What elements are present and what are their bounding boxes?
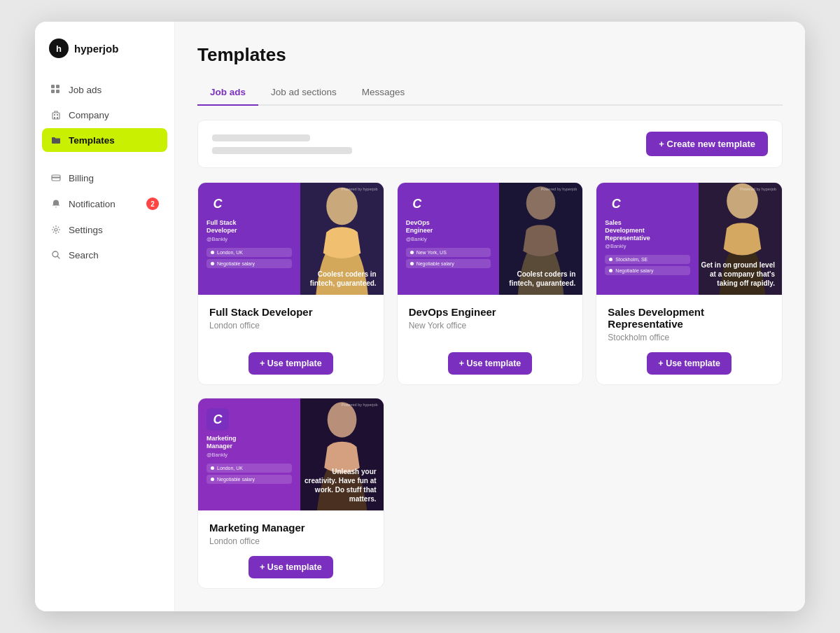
folder-icon	[50, 134, 62, 146]
svg-rect-4	[52, 113, 59, 119]
svg-rect-5	[54, 114, 55, 116]
svg-rect-0	[51, 85, 55, 88]
svg-rect-3	[56, 90, 59, 93]
sidebar-item-billing[interactable]: Billing	[42, 166, 167, 190]
svg-point-13	[326, 188, 358, 225]
nav-section-secondary: Billing Notification 2	[35, 166, 174, 267]
use-template-button-2[interactable]: + Use template	[448, 352, 533, 375]
tagline-1: Coolest coders in fintech, guaranteed.	[300, 270, 377, 288]
card-image-3: C SalesDevelopmentRepresentative @Bankly…	[596, 183, 782, 295]
tab-job-ads[interactable]: Job ads	[197, 80, 258, 106]
create-template-button[interactable]: + Create new template	[646, 132, 768, 156]
card-right-panel-4: Unleash your creativity. Have fun at wor…	[300, 398, 384, 510]
skeleton-line-2	[212, 147, 352, 154]
sidebar-item-notification[interactable]: Notification 2	[42, 191, 167, 216]
building-icon	[50, 109, 62, 120]
nav-section-main: Job ads Company	[35, 78, 174, 152]
tagline-4: Unleash your creativity. Have fun at wor…	[300, 467, 377, 503]
search-bar-left	[212, 134, 352, 154]
card-left-panel-2: C DevOpsEngineer @Bankly New York, US Ne…	[398, 183, 500, 295]
card-image-1: C Full StackDeveloper @Bankly London, UK…	[198, 183, 384, 295]
svg-rect-7	[54, 117, 55, 119]
card-job-title-1: Full Stack Developer	[209, 306, 372, 318]
svg-rect-8	[57, 117, 58, 119]
card-body-1: Full Stack Developer London office + Use…	[198, 295, 384, 384]
sidebar-item-templates[interactable]: Templates	[42, 128, 167, 152]
skeleton-line-1	[212, 134, 310, 141]
company-logo-3: C	[605, 193, 627, 215]
use-template-button-4[interactable]: + Use template	[248, 556, 333, 578]
search-filter-card: + Create new template	[197, 120, 783, 168]
svg-rect-1	[56, 85, 59, 88]
salary-row-2: Negotiable salary	[406, 259, 491, 268]
card-left-panel-4: C MarketingManager @Bankly London, UK Ne…	[198, 398, 300, 510]
template-card-4: C MarketingManager @Bankly London, UK Ne…	[197, 398, 384, 589]
card-image-2: C DevOpsEngineer @Bankly New York, US Ne…	[398, 183, 583, 295]
tabs-bar: Job ads Job ad sections Messages	[197, 80, 783, 106]
card-body-4: Marketing Manager London office + Use te…	[198, 510, 384, 588]
card-job-title-3: Sales Development Representative	[608, 306, 771, 330]
card-right-panel-3: Get in on ground level at a company that…	[699, 183, 782, 295]
location-row-3: Stockholm, SE	[605, 255, 690, 264]
card-left-panel-3: C SalesDevelopmentRepresentative @Bankly…	[596, 183, 699, 295]
location-row-4: London, UK	[206, 464, 292, 473]
sidebar-item-settings[interactable]: Settings	[42, 218, 167, 242]
card-icon	[50, 172, 62, 183]
company-logo-4: C	[206, 408, 229, 431]
tagline-2: Coolest coders in fintech, guaranteed.	[499, 270, 575, 288]
company-logo-1: C	[206, 193, 229, 215]
template-card-3: C SalesDevelopmentRepresentative @Bankly…	[596, 182, 783, 385]
main-content: Templates Job ads Job ad sections Messag…	[175, 22, 805, 611]
template-card-1: C Full StackDeveloper @Bankly London, UK…	[197, 182, 384, 385]
page-title: Templates	[197, 44, 783, 66]
use-template-button-1[interactable]: + Use template	[248, 352, 333, 375]
card-image-4: C MarketingManager @Bankly London, UK Ne…	[198, 398, 384, 510]
app-name: hyperjob	[74, 43, 118, 55]
template-grid: C Full StackDeveloper @Bankly London, UK…	[197, 182, 783, 589]
salary-row-1: Negotiable salary	[206, 259, 292, 268]
tagline-3: Get in on ground level at a company that…	[699, 260, 775, 288]
card-office-2: New York office	[409, 321, 572, 331]
location-row-2: New York, US	[406, 248, 491, 257]
bell-icon	[50, 198, 62, 209]
logo-area: h hyperjob	[35, 39, 174, 78]
svg-point-14	[526, 186, 556, 220]
svg-point-16	[327, 402, 356, 438]
card-right-panel-2: Coolest coders in fintech, guaranteed. P…	[499, 183, 582, 295]
card-body-2: DevOps Engineer New York office + Use te…	[398, 295, 583, 384]
card-office-4: London office	[209, 536, 372, 546]
tab-job-ad-sections[interactable]: Job ad sections	[258, 80, 349, 106]
use-template-button-3[interactable]: + Use template	[647, 352, 732, 375]
company-logo-2: C	[406, 193, 428, 215]
card-right-panel-1: Coolest coders in fintech, guaranteed. P…	[300, 183, 384, 295]
sidebar-item-job-ads[interactable]: Job ads	[42, 78, 167, 102]
sidebar-item-company[interactable]: Company	[42, 103, 167, 127]
card-body-3: Sales Development Representative Stockho…	[596, 295, 782, 384]
logo-icon: h	[49, 39, 69, 58]
card-left-panel-1: C Full StackDeveloper @Bankly London, UK…	[198, 183, 300, 295]
svg-rect-6	[57, 114, 58, 116]
template-card-2: C DevOpsEngineer @Bankly New York, US Ne…	[397, 182, 584, 385]
card-job-title-2: DevOps Engineer	[409, 306, 572, 318]
card-office-3: Stockholm office	[608, 333, 771, 342]
card-job-title-4: Marketing Manager	[209, 522, 372, 534]
tab-messages[interactable]: Messages	[349, 80, 418, 106]
svg-rect-10	[52, 177, 60, 179]
search-icon	[50, 249, 62, 260]
browser-frame: h hyperjob Job ads	[35, 22, 805, 611]
card-office-1: London office	[209, 321, 372, 331]
notification-badge: 2	[146, 197, 159, 210]
location-row-1: London, UK	[206, 248, 292, 257]
sidebar: h hyperjob Job ads	[35, 22, 175, 611]
salary-row-4: Negotiable salary	[206, 475, 292, 484]
gear-icon	[50, 224, 62, 235]
sidebar-item-search[interactable]: Search	[42, 243, 167, 267]
svg-rect-2	[51, 90, 55, 93]
salary-row-3: Negotiable salary	[605, 266, 690, 275]
grid-icon	[50, 84, 62, 95]
svg-point-11	[55, 228, 57, 231]
